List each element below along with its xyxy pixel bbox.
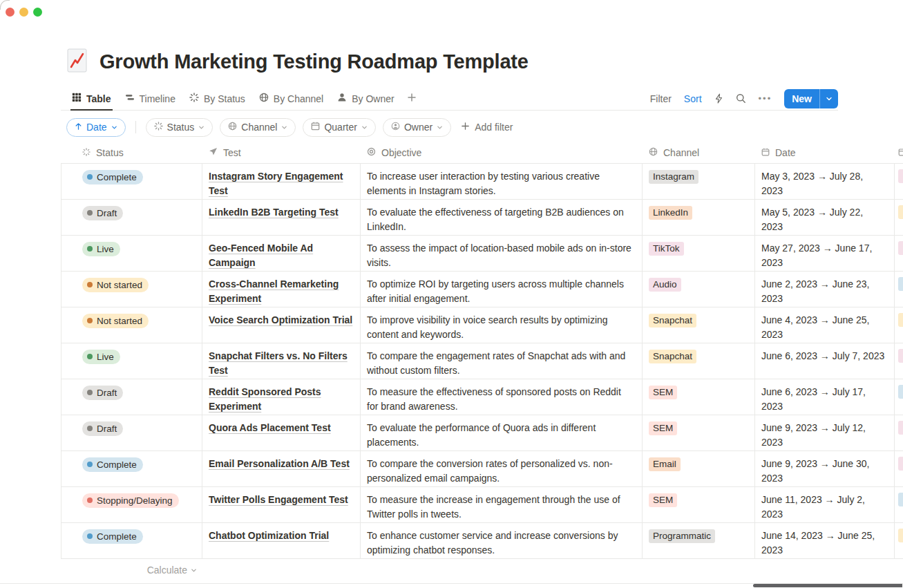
column-header-objective[interactable]: Objective	[361, 142, 643, 163]
chart-increasing-emoji-icon[interactable]	[66, 48, 88, 75]
test-cell[interactable]: Instagram Story Engagement Test	[202, 164, 361, 199]
test-cell[interactable]: Snapchat Filters vs. No Filters Test	[202, 343, 361, 379]
cutoff-cell[interactable]	[895, 415, 903, 451]
status-badge[interactable]: Live	[82, 242, 120, 256]
filter-chip-owner[interactable]: Owner	[383, 118, 451, 137]
column-header-date[interactable]: Date	[755, 142, 895, 163]
new-button-label[interactable]: New	[784, 89, 819, 108]
column-header-test[interactable]: Test	[202, 142, 361, 163]
test-title-link[interactable]: Quora Ads Placement Test	[209, 422, 331, 433]
status-cell[interactable]: Live	[61, 343, 202, 379]
filter-chip-status[interactable]: Status	[146, 118, 213, 137]
page-title[interactable]: Growth Marketing Testing Roadmap Templat…	[99, 50, 529, 73]
status-cell[interactable]: Live	[61, 236, 202, 271]
cutoff-cell[interactable]	[895, 379, 903, 415]
filter-chip-quarter[interactable]: Quarter	[303, 118, 375, 137]
channel-cell[interactable]: SEM	[643, 487, 755, 522]
test-title-link[interactable]: Twitter Polls Engagement Test	[209, 494, 348, 505]
objective-cell[interactable]: To assess the impact of location-based m…	[361, 236, 643, 271]
test-cell[interactable]: Reddit Sponsored Posts Experiment	[202, 379, 361, 415]
channel-cell[interactable]: SEM	[643, 415, 755, 451]
cutoff-cell[interactable]	[895, 487, 903, 522]
add-view-button[interactable]	[403, 93, 421, 104]
table-row[interactable]: Complete Instagram Story Engagement Test…	[61, 164, 903, 200]
table-row[interactable]: Stopping/Delaying Twitter Polls Engageme…	[61, 487, 903, 523]
more-options-icon[interactable]: •••	[759, 93, 772, 104]
channel-tag[interactable]: Audio	[649, 278, 681, 292]
status-badge[interactable]: Draft	[82, 386, 123, 400]
objective-cell[interactable]: To compare the conversion rates of perso…	[361, 451, 643, 486]
objective-cell[interactable]: To evaluate the performance of Quora ads…	[361, 415, 643, 451]
status-cell[interactable]: Draft	[61, 200, 202, 235]
table-row[interactable]: Draft Reddit Sponsored Posts Experiment …	[61, 379, 903, 415]
date-range-cell[interactable]: May 5, 2023 → July 22, 2023	[755, 200, 895, 235]
sort-chip-date[interactable]: Date	[66, 118, 126, 137]
test-title-link[interactable]: Chatbot Optimization Trial	[209, 530, 329, 541]
date-range-cell[interactable]: June 6, 2023 → July 7, 2023	[755, 343, 895, 379]
test-title-link[interactable]: Reddit Sponsored Posts Experiment	[209, 386, 321, 412]
minimize-window-button[interactable]	[19, 8, 28, 17]
channel-tag[interactable]: SEM	[649, 421, 677, 435]
tab-by-owner[interactable]: By Owner	[332, 87, 399, 110]
date-range-cell[interactable]: May 3, 2023 → July 28, 2023	[755, 164, 895, 199]
status-badge[interactable]: Stopping/Delaying	[82, 493, 179, 508]
add-filter-button[interactable]: Add filter	[458, 122, 515, 133]
date-range-cell[interactable]: June 9, 2023 → July 12, 2023	[755, 415, 895, 451]
channel-tag[interactable]: LinkedIn	[649, 206, 692, 220]
channel-cell[interactable]: SEM	[643, 379, 755, 415]
test-title-link[interactable]: Instagram Story Engagement Test	[209, 171, 343, 196]
cutoff-cell[interactable]	[895, 164, 903, 199]
channel-cell[interactable]: Email	[643, 451, 755, 486]
table-row[interactable]: Complete Email Personalization A/B Test …	[61, 451, 903, 487]
test-cell[interactable]: Quora Ads Placement Test	[202, 415, 361, 451]
table-row[interactable]: Not started Cross-Channel Remarketing Ex…	[61, 272, 903, 307]
status-badge[interactable]: Not started	[82, 314, 149, 328]
objective-cell[interactable]: To measure the increase in engagement th…	[361, 487, 643, 522]
date-range-cell[interactable]: June 9, 2023 → June 30, 2023	[755, 451, 895, 486]
sort-button[interactable]: Sort	[684, 93, 702, 104]
channel-tag[interactable]: Snapchat	[649, 314, 696, 328]
status-cell[interactable]: Complete	[61, 451, 202, 486]
date-range-cell[interactable]: June 6, 2023 → July 17, 2023	[755, 379, 895, 415]
column-header-cutoff[interactable]	[895, 142, 903, 163]
objective-cell[interactable]: To optimize ROI by targeting users acros…	[361, 272, 643, 307]
status-cell[interactable]: Not started	[61, 307, 202, 343]
test-title-link[interactable]: LinkedIn B2B Targeting Test	[209, 207, 339, 218]
date-range-cell[interactable]: June 2, 2023 → June 23, 2023	[755, 272, 895, 307]
tab-by-status[interactable]: By Status	[184, 87, 251, 110]
channel-tag[interactable]: Snapchat	[649, 350, 696, 363]
test-cell[interactable]: Voice Search Optimization Trial	[202, 307, 361, 343]
channel-tag[interactable]: Email	[649, 457, 681, 471]
objective-cell[interactable]: To improve visibility in voice search re…	[361, 307, 643, 343]
status-cell[interactable]: Complete	[61, 164, 202, 199]
column-header-channel[interactable]: Channel	[643, 142, 755, 163]
table-row[interactable]: Live Snapchat Filters vs. No Filters Tes…	[61, 343, 903, 379]
chevron-down-icon[interactable]	[820, 89, 838, 108]
channel-cell[interactable]: Instagram	[643, 164, 755, 199]
date-range-cell[interactable]: June 11, 2023 → July 2, 2023	[755, 487, 895, 522]
channel-tag[interactable]: SEM	[649, 493, 677, 507]
test-cell[interactable]: Email Personalization A/B Test	[202, 451, 361, 486]
channel-tag[interactable]: Programmatic	[649, 529, 715, 543]
status-badge[interactable]: Complete	[82, 457, 143, 472]
test-cell[interactable]: Cross-Channel Remarketing Experiment	[202, 272, 361, 307]
table-row[interactable]: Not started Voice Search Optimization Tr…	[61, 307, 903, 343]
channel-cell[interactable]: TikTok	[643, 236, 755, 271]
cutoff-cell[interactable]	[895, 451, 903, 486]
channel-tag[interactable]: SEM	[649, 386, 677, 399]
cutoff-cell[interactable]	[895, 307, 903, 343]
channel-cell[interactable]: Snapchat	[643, 343, 755, 379]
date-range-cell[interactable]: June 14, 2023 → June 25, 2023	[755, 523, 895, 558]
tab-table[interactable]: Table	[66, 87, 117, 110]
channel-cell[interactable]: Programmatic	[643, 523, 755, 558]
tab-timeline[interactable]: Timeline	[120, 87, 181, 110]
status-cell[interactable]: Not started	[61, 272, 202, 307]
status-badge[interactable]: Draft	[82, 421, 123, 436]
search-icon[interactable]	[736, 93, 746, 104]
status-cell[interactable]: Draft	[61, 379, 202, 415]
channel-tag[interactable]: Instagram	[649, 170, 698, 184]
cutoff-cell[interactable]	[895, 272, 903, 307]
table-row[interactable]: Live Geo-Fenced Mobile Ad Campaign To as…	[61, 236, 903, 272]
cutoff-cell[interactable]	[895, 343, 903, 379]
status-badge[interactable]: Complete	[82, 529, 143, 544]
